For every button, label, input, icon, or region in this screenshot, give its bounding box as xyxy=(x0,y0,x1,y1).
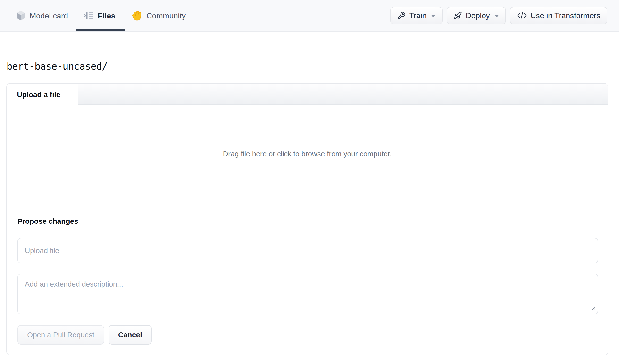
description-field-wrap xyxy=(17,274,598,314)
propose-actions: Open a Pull Request Cancel xyxy=(17,325,597,345)
extended-description-textarea[interactable] xyxy=(17,274,598,314)
train-button[interactable]: Train xyxy=(390,7,443,24)
code-icon xyxy=(517,12,527,19)
tab-files[interactable]: Files xyxy=(84,0,115,31)
header-actions: Train Deploy xyxy=(390,0,607,31)
use-in-transformers-button[interactable]: Use in Transformers xyxy=(510,7,607,24)
open-pull-request-button[interactable]: Open a Pull Request xyxy=(17,325,104,345)
button-label: Train xyxy=(409,11,427,20)
deploy-button[interactable]: Deploy xyxy=(447,7,506,24)
tab-label: Model card xyxy=(30,11,68,20)
resize-handle-icon[interactable] xyxy=(590,306,596,312)
tab-model-card[interactable]: Model card xyxy=(16,0,68,31)
files-list-icon xyxy=(84,11,94,20)
upload-file-input[interactable] xyxy=(17,238,598,263)
cube-icon xyxy=(16,10,26,21)
propose-changes-section: Propose changes Open a Pull Request Canc… xyxy=(7,203,608,355)
cancel-button[interactable]: Cancel xyxy=(109,325,152,345)
chevron-down-icon xyxy=(431,15,436,17)
upload-panel: Upload a file Drag file here or click to… xyxy=(6,83,608,355)
dropzone-hint: Drag file here or click to browse from y… xyxy=(223,150,392,158)
repo-tabs: Model card Files xyxy=(16,0,201,31)
page: Model card Files xyxy=(0,0,619,364)
repo-header: Model card Files xyxy=(0,0,619,31)
tab-label: Community xyxy=(146,11,186,20)
propose-changes-heading: Propose changes xyxy=(17,217,597,226)
file-dropzone[interactable]: Drag file here or click to browse from y… xyxy=(7,105,608,203)
waving-hand-icon xyxy=(131,10,142,21)
breadcrumb: bert-base-uncased/ xyxy=(7,59,619,74)
wrench-icon xyxy=(397,11,406,20)
button-label: Use in Transformers xyxy=(530,11,600,20)
tab-community[interactable]: Community xyxy=(131,0,186,31)
tab-label: Upload a file xyxy=(17,91,60,99)
chevron-down-icon xyxy=(494,15,499,17)
button-label: Deploy xyxy=(465,11,490,20)
rocket-icon xyxy=(454,11,462,20)
tab-upload-a-file[interactable]: Upload a file xyxy=(7,84,78,105)
tab-label: Files xyxy=(98,11,115,20)
upload-panel-tabstrip: Upload a file xyxy=(7,84,608,105)
